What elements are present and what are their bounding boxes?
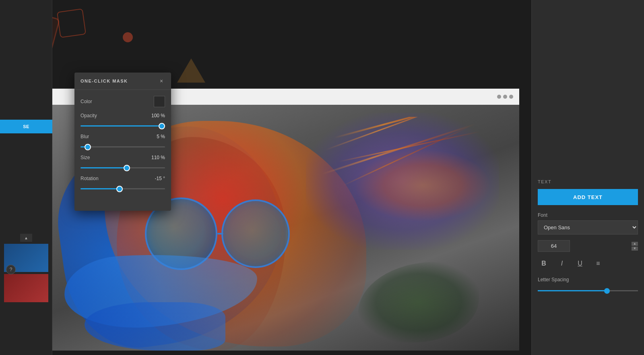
- blur-value: 5 %: [157, 134, 165, 139]
- active-mode-button[interactable]: SE: [0, 120, 52, 133]
- window-dot-1: [497, 95, 501, 99]
- letter-spacing-row: Letter Spacing: [538, 277, 638, 293]
- font-size-input[interactable]: [538, 240, 570, 252]
- size-value: 110 %: [151, 155, 165, 160]
- right-panel: TEXT ADD TEXT Font Open Sans ▲ ▼ B: [531, 0, 644, 355]
- size-up-arrow[interactable]: ▲: [632, 242, 638, 246]
- font-size-row: ▲ ▼: [538, 240, 638, 252]
- size-label: Size: [80, 155, 90, 160]
- window-dots: [497, 95, 513, 99]
- text-section-label: TEXT: [538, 179, 638, 184]
- rotation-value: -15 °: [155, 176, 165, 181]
- glass-right: [221, 199, 290, 268]
- text-section: TEXT ADD TEXT Font Open Sans ▲ ▼ B: [538, 179, 638, 293]
- rotation-label: Rotation: [80, 176, 99, 181]
- glasses-bridge: [217, 233, 223, 235]
- dialog-header: ONE-CLICK MASK ×: [74, 73, 171, 90]
- bg-triangle: [177, 58, 205, 83]
- letter-spacing-label: Letter Spacing: [538, 277, 638, 282]
- help-button[interactable]: ?: [6, 265, 16, 274]
- canvas-background: SE ▲ ?: [0, 0, 644, 355]
- rotation-slider[interactable]: [80, 188, 165, 189]
- collapse-button[interactable]: ▲: [20, 234, 32, 242]
- dialog-title: ONE-CLICK MASK: [80, 79, 128, 83]
- blur-row: Blur 5 %: [80, 134, 165, 139]
- window-dot-2: [503, 95, 507, 99]
- opacity-row: Opacity 100 %: [80, 113, 165, 118]
- color-swatch[interactable]: [154, 96, 165, 107]
- blur-container: Blur 5 %: [80, 134, 165, 149]
- opacity-container: Opacity 100 %: [80, 113, 165, 128]
- layer-thumb-2: [4, 274, 48, 302]
- italic-button[interactable]: I: [556, 257, 568, 270]
- size-container: Size 110 %: [80, 155, 165, 170]
- size-slider[interactable]: [80, 167, 165, 168]
- blur-slider[interactable]: [80, 146, 165, 147]
- active-button-container: SE: [0, 120, 52, 133]
- rotation-container: Rotation -15 °: [80, 176, 165, 191]
- bg-shape-2: [57, 8, 86, 38]
- opacity-slider[interactable]: [80, 125, 165, 127]
- underline-button[interactable]: U: [574, 257, 586, 270]
- bg-circle-small: [123, 32, 133, 42]
- formatting-row: B I U ≡: [538, 257, 638, 270]
- layer-item-2[interactable]: [4, 274, 48, 302]
- hair-area: [314, 117, 507, 270]
- opacity-value: 100 %: [151, 113, 165, 118]
- color-label: Color: [80, 99, 92, 104]
- font-row: Font Open Sans: [538, 212, 638, 235]
- size-arrows: ▲ ▼: [632, 242, 638, 251]
- font-label: Font: [538, 212, 638, 218]
- opacity-label: Opacity: [80, 113, 97, 118]
- dialog-close-button[interactable]: ×: [158, 77, 165, 85]
- size-row: Size 110 %: [80, 155, 165, 160]
- dialog-body: Color Opacity 100 % Blur 5 %: [74, 90, 171, 203]
- size-down-arrow[interactable]: ▼: [632, 247, 638, 251]
- add-text-button[interactable]: ADD TEXT: [538, 189, 638, 205]
- window-dot-3: [509, 95, 513, 99]
- color-row: Color: [80, 96, 165, 107]
- bold-button[interactable]: B: [538, 257, 550, 270]
- font-select[interactable]: Open Sans: [538, 220, 638, 235]
- rotation-row: Rotation -15 °: [80, 176, 165, 181]
- blur-label: Blur: [80, 134, 89, 139]
- left-sidebar: SE ▲ ?: [0, 0, 52, 355]
- size-row: ▲ ▼: [538, 240, 638, 252]
- align-button[interactable]: ≡: [592, 257, 604, 270]
- letter-spacing-slider[interactable]: [538, 290, 638, 291]
- mask-dialog: ONE-CLICK MASK × Color Opacity 100 % Blu…: [74, 73, 171, 211]
